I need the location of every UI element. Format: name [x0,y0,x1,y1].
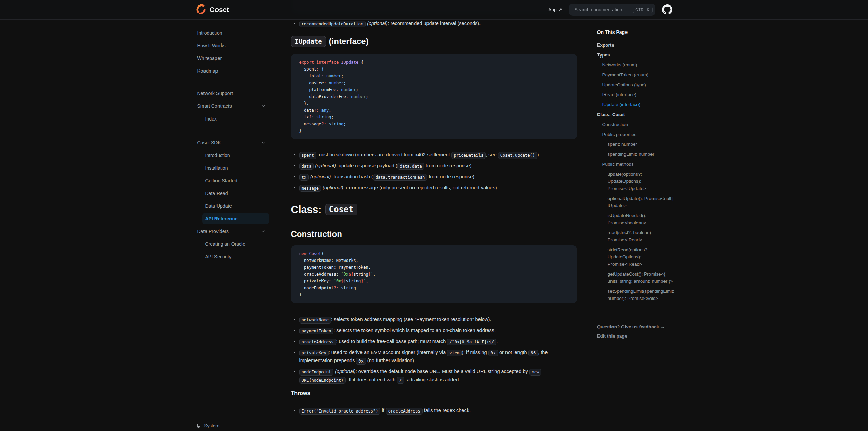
sidebar-item-label: Roadmap [197,68,218,74]
sidebar-item-smart-contracts[interactable]: Smart Contracts [194,100,269,112]
toc-footer: Question? Give us feedback →Edit this pa… [597,313,674,340]
sidebar-item-label: Installation [205,165,228,171]
inline-code: message [299,185,321,192]
inline-code: /^0x[0-9a-fA-F]+$/ [447,339,496,345]
toc-item-iupdate-interface[interactable]: IUpdate (interface) [597,101,674,108]
toc-item-getupdatecost-promise-units-string-amount-number[interactable]: getUpdateCost(): Promise<{ units: string… [597,270,674,285]
sidebar-item-label: API Security [205,254,232,259]
sidebar-item-coset-sdk[interactable]: Coset SDK [194,137,269,148]
search-shortcut-kbd: CTRL K [633,7,652,13]
sidebar-nav: IntroductionHow It WorksWhitepaperRoadma… [194,27,269,416]
page-layout: IntroductionHow It WorksWhitepaperRoadma… [194,0,674,431]
sidebar-item-data-read[interactable]: Data Read [202,188,269,199]
toc-item-strictread-options-updateoptions-promise-iread[interactable]: strictRead(options?: UpdateOptions): Pro… [597,246,674,268]
emphasis: (optional) [335,369,355,374]
sidebar-item-label: Introduction [205,153,230,158]
navbar-inner: Coset App ↗ CTRL K [194,0,674,19]
sidebar-item-label: Smart Contracts [197,103,232,109]
inline-code: spent [299,152,316,159]
sidebar-item-label: Data Providers [197,229,229,234]
heading-class-coset: Class: Coset [291,203,577,220]
sidebar-item-roadmap[interactable]: Roadmap [194,65,269,76]
code-line: platformFee: number; [299,86,569,93]
heading-code-badge: IUpdate [291,36,326,47]
sidebar-item-creating-an-oracle[interactable]: Creating an Oracle [202,238,269,250]
code-line: dataProviderFee: number; [299,93,569,100]
sidebar-item-introduction[interactable]: Introduction [202,150,269,161]
inline-code: viem [447,350,462,356]
inline-code: recommendedUpdateDuration [299,21,366,27]
sidebar-item-introduction[interactable]: Introduction [194,27,269,38]
code-line: paymentToken: PaymentToken, [299,264,569,271]
toc-item-public-properties[interactable]: Public properties [597,131,674,138]
toc-item-spent-number[interactable]: spent: number [597,141,674,148]
inline-code: data.data [397,163,424,170]
sidebar-item-label: Whitepaper [197,55,222,61]
toc-item-read-strict-boolean-promise-iread[interactable]: read(strict?: boolean): Promise<IRead> [597,229,674,243]
bullet-item: message (optional): error message (only … [291,183,577,192]
moon-icon [196,423,201,428]
inline-code: nodeEndpoint [299,369,334,376]
inline-code: data [299,163,314,170]
toc-item-optionalupdate-promise-null-iupdate[interactable]: optionalUpdate(): Promise<null | IUpdate… [597,195,674,209]
sidebar-item-getting-started[interactable]: Getting Started [202,175,269,186]
bullet-item: networkName: selects token address mappi… [291,315,577,324]
inline-code: priceDetails [451,152,486,159]
github-icon[interactable] [662,4,672,15]
sidebar-item-api-security[interactable]: API Security [202,251,269,262]
bullet-item: paymentToken: selects the token symbol w… [291,326,577,334]
inline-code: 66 [528,350,538,356]
bullet-item: privateKey: used to derive an EVM accoun… [291,348,577,365]
sidebar-item-api-reference[interactable]: API Reference [202,213,269,224]
toc-item-class-coset[interactable]: Class: Coset [597,111,674,118]
toc-item-update-options-updateoptions-promise-iupdate[interactable]: update(options?: UpdateOptions): Promise… [597,170,674,192]
code-line: privateKey: `0x${string}`, [299,278,569,284]
toc-item-construction[interactable]: Construction [597,121,674,128]
inline-code: Coset.update() [498,152,537,159]
coset-logo-icon [196,4,206,15]
toc-item-updateoptions-type[interactable]: UpdateOptions (type) [597,81,674,88]
sidebar-item-data-providers[interactable]: Data Providers [194,226,269,237]
emphasis: (optional) [367,21,387,26]
toc-list: ExportsTypesNetworks (enum)PaymentToken … [597,41,674,302]
search-box[interactable]: CTRL K [569,4,655,16]
sidebar-item-label: Introduction [197,30,222,36]
toc-item-spendinglimit-number[interactable]: spendingLimit: number [597,151,674,158]
toc-item-paymenttoken-enum[interactable]: PaymentToken (enum) [597,71,674,78]
heading-construction: Construction [291,228,577,241]
toc-item-iread-interface[interactable]: IRead (interface) [597,91,674,98]
code-line: tx?: string; [299,114,569,121]
inline-code: networkName [299,317,331,324]
search-input[interactable] [574,7,633,13]
code-line: }; [299,100,569,107]
theme-switcher[interactable]: System [194,416,269,428]
app-external-link[interactable]: App ↗ [548,7,562,12]
toc-item-setspendinglimit-spendinglimit-number-promise-void[interactable]: setSpendingLimit(spendingLimit: number):… [597,288,674,302]
bullet-item: spent: cost breakdown (numbers are deriv… [291,151,577,159]
sidebar-nested-group: Creating an OracleAPI Security [198,238,269,262]
code-line: networkName: Networks, [299,257,569,264]
sidebar-item-whitepaper[interactable]: Whitepaper [194,52,269,64]
sidebar-item-index[interactable]: Index [202,113,269,124]
code-block: export interface IUpdate { spent: { tota… [291,54,577,139]
toc-footer-link[interactable]: Question? Give us feedback → [597,323,674,330]
sidebar-item-network-support[interactable]: Network Support [194,88,269,99]
inline-code: new [529,369,542,376]
sidebar-item-data-update[interactable]: Data Update [202,200,269,212]
toc-item-networks-enum[interactable]: Networks (enum) [597,61,674,68]
bullet-item: tx (optional): transaction hash (data.tr… [291,173,577,181]
toc-footer-link[interactable]: Edit this page [597,332,674,340]
code-line: nodeEndpoint?: string [299,284,569,291]
inline-code: / [397,377,404,384]
site-logo[interactable]: Coset [196,4,229,15]
toc-item-types[interactable]: Types [597,51,674,59]
bullet-item: oracleAddress: used to build the free-ca… [291,337,577,345]
sidebar-item-how-it-works[interactable]: How It Works [194,40,269,51]
toc-item-public-methods[interactable]: Public methods [597,161,674,168]
toc-item-exports[interactable]: Exports [597,41,674,49]
toc-panel: On This Page ExportsTypesNetworks (enum)… [597,0,674,431]
sidebar-item-installation[interactable]: Installation [202,162,269,174]
chevron-down-icon [261,140,266,145]
toc-item-isupdateneeded-promise-boolean[interactable]: isUpdateNeeded(): Promise<boolean> [597,212,674,226]
site-title: Coset [210,5,229,14]
